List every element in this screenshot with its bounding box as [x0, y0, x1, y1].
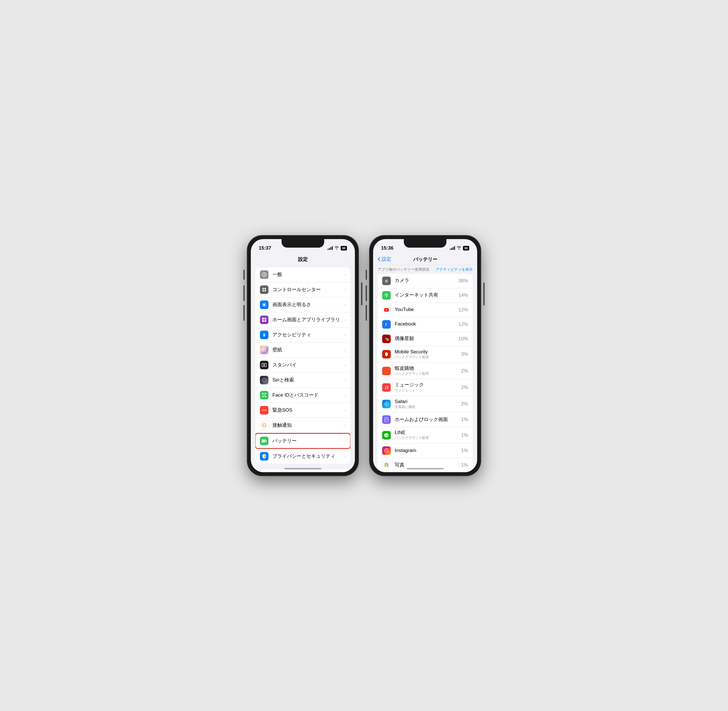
svg-rect-31: [265, 393, 266, 394]
settings-item-appstore[interactable]: App Store ›: [255, 469, 350, 472]
signal-icon: [328, 246, 333, 250]
battery-apps-group: カメラ 38% インターネット共有: [378, 274, 473, 472]
settings-item-standby[interactable]: 12 スタンバイ ›: [255, 358, 350, 373]
svg-rect-20: [264, 318, 266, 320]
facebook-name: Facebook: [395, 321, 458, 327]
settings-item-homescreen[interactable]: ホーム画面とアプリライブラリ ›: [255, 313, 350, 327]
activity-display-button[interactable]: アクティビティを表示: [436, 267, 473, 272]
svg-point-61: [387, 388, 388, 389]
line-sub: バックグラウンド処理: [395, 435, 461, 440]
settings-item-sos[interactable]: SOS 緊急SOS ›: [255, 403, 350, 418]
control-label: コントロールセンター: [272, 286, 344, 293]
settings-item-general[interactable]: 一般 ›: [255, 267, 350, 282]
svg-text:LINE: LINE: [385, 434, 389, 436]
settings-item-accessibility[interactable]: アクセシビリティ ›: [255, 327, 350, 342]
battery-item-instagram[interactable]: Instagram 1%: [378, 444, 473, 458]
svg-rect-66: [385, 417, 388, 422]
idol-name: 偶像星願: [395, 336, 458, 341]
volume-down-button-2[interactable]: [366, 305, 367, 321]
battery-item-homescreen[interactable]: ホームおよびロック画面 1%: [378, 413, 473, 427]
music-sub: ウィジェット: [395, 388, 461, 393]
camera-pct: 38%: [458, 278, 468, 284]
power-button[interactable]: [361, 283, 362, 305]
settings-item-control[interactable]: コントロールセンター ›: [255, 282, 350, 297]
battery-item-youtube[interactable]: YouTube 12%: [378, 303, 473, 317]
phone1: 15:37 98: [247, 236, 358, 476]
svg-text:f: f: [385, 322, 387, 327]
battery-item-camera[interactable]: カメラ 38%: [378, 274, 473, 288]
photos-pct: 1%: [461, 462, 468, 468]
svg-rect-33: [265, 396, 266, 397]
general-label: 一般: [272, 271, 344, 278]
battery-status-badge: 98: [341, 246, 347, 251]
youtube-name: YouTube: [395, 307, 458, 313]
line-content: LINE バックグラウンド処理: [395, 430, 461, 440]
battery-item-mobile-security[interactable]: Mobile Security バックグラウンド処理 3%: [378, 346, 473, 363]
svg-rect-9: [264, 290, 266, 291]
volume-down-button[interactable]: [244, 305, 245, 321]
settings-item-display[interactable]: 画面表示と明るさ ›: [255, 297, 350, 313]
battery-item-safari[interactable]: Safari 充電器に接続 2%: [378, 396, 473, 413]
battery-item-idol[interactable]: 🎭 偶像星願 10%: [378, 332, 473, 346]
battery-item-facebook[interactable]: f Facebook 12%: [378, 317, 473, 332]
settings-item-privacy[interactable]: ✋ プライバシーとセキュリティ ›: [255, 449, 350, 464]
wifi-icon-2: [457, 246, 461, 251]
display-icon: [260, 301, 269, 309]
homescreen-icon: [260, 316, 269, 324]
settings-item-contact[interactable]: 接触通知 ›: [255, 418, 350, 433]
youtube-pct: 12%: [458, 307, 468, 313]
instagram-content: Instagram: [395, 448, 461, 453]
settings-header: 設定: [251, 253, 355, 265]
homescreen-label: ホーム画面とアプリライブラリ: [272, 316, 344, 323]
general-icon: [260, 270, 269, 279]
battery-item-music[interactable]: ミュージック ウィジェット 2%: [378, 379, 473, 396]
power-button-2[interactable]: [483, 283, 484, 305]
music-content: ミュージック ウィジェット: [395, 382, 461, 392]
settings-item-faceid[interactable]: Face IDとパスコード ›: [255, 388, 350, 403]
svg-rect-8: [263, 290, 264, 291]
line-app-icon: LINE: [382, 431, 391, 440]
accessibility-icon: [260, 330, 269, 339]
photos-name: 写真: [395, 462, 461, 468]
svg-point-72: [385, 450, 387, 451]
svg-point-28: [263, 378, 266, 382]
camera-name: カメラ: [395, 278, 458, 283]
idol-app-icon: 🎭: [382, 335, 391, 343]
signal-icon-2: [450, 246, 455, 250]
settings-group-1: 一般 › コントロールセンター: [255, 267, 350, 464]
volume-up-button[interactable]: [244, 285, 245, 301]
battery-item-line[interactable]: LINE LINE バックグラウンド処理 1%: [378, 427, 473, 444]
phone1-screen: 15:37 98: [251, 239, 355, 472]
svg-rect-6: [263, 288, 264, 289]
battery-item-wrapper: バッテリー ›: [255, 434, 350, 448]
homescreen-app-icon: [382, 415, 391, 424]
standby-label: スタンバイ: [272, 361, 344, 368]
volume-up-button-2[interactable]: [366, 285, 367, 301]
status-time-2: 15:36: [381, 245, 393, 251]
svg-point-73: [387, 449, 388, 450]
svg-text:✋: ✋: [263, 455, 266, 458]
safari-content: Safari 充電器に接続: [395, 399, 461, 409]
settings-item-wallpaper[interactable]: 壁紙 ›: [255, 342, 350, 358]
page-title: 設定: [298, 257, 308, 262]
shopee-content: 蝦皮購物 バックグラウンド処理: [395, 366, 461, 376]
display-chevron: ›: [344, 302, 346, 307]
home-indicator[interactable]: [284, 468, 321, 469]
back-button[interactable]: 設定: [378, 256, 391, 263]
home-indicator-2[interactable]: [407, 468, 444, 469]
privacy-chevron: ›: [344, 454, 346, 459]
battery-item-photos[interactable]: 写真 1%: [378, 458, 473, 472]
svg-line-15: [263, 303, 263, 304]
battery-screen[interactable]: 設定 バッテリー アプリ毎のバッテリー使用状況 アクティビティを表示: [373, 253, 477, 472]
safari-sub: 充電器に接続: [395, 404, 461, 409]
battery-item-shopee[interactable]: 🛍 蝦皮購物 バックグラウンド処理 2%: [378, 363, 473, 379]
settings-screen[interactable]: 設定: [251, 253, 355, 472]
idol-pct: 10%: [458, 336, 468, 342]
control-chevron: ›: [344, 287, 346, 292]
photos-content: 写真: [395, 462, 461, 468]
battery-item-hotspot[interactable]: インターネット共有 14%: [378, 288, 473, 303]
phone2: 15:36 98: [370, 236, 481, 476]
settings-item-siri[interactable]: Siriと検索 ›: [255, 373, 350, 388]
settings-item-battery[interactable]: バッテリー ›: [255, 434, 350, 448]
svg-rect-51: [385, 279, 387, 280]
